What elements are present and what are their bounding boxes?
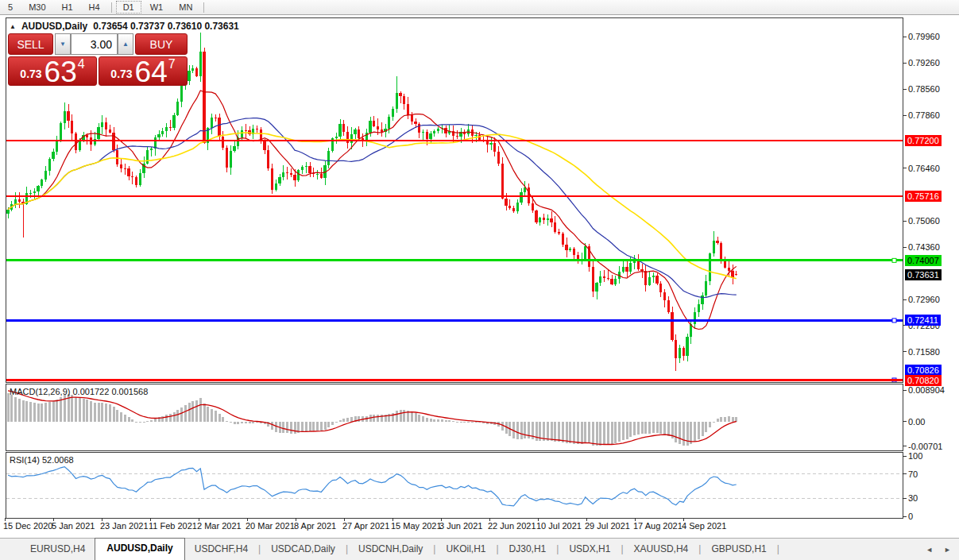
macd-tick-label: 0.008904 xyxy=(908,385,945,395)
date-tick-label: 2 Mar 2021 xyxy=(197,521,242,531)
buy-price-big: 64 xyxy=(135,60,168,83)
pane-frame-2 xyxy=(6,453,903,519)
date-tick-label: 23 Jan 2021 xyxy=(100,521,149,531)
rsi-line xyxy=(8,467,737,506)
price-level-chip: 0.77200 xyxy=(905,135,942,146)
trade-panel-prices: 0.73 63 4 0.73 64 7 xyxy=(8,56,188,86)
date-tick-label: 3 Jun 2021 xyxy=(439,521,482,531)
date-tick-label: 20 Mar 2021 xyxy=(246,521,295,531)
price-tick-label: 0.74360 xyxy=(908,242,940,252)
spin-down-icon: ▼ xyxy=(60,41,66,48)
sell-price-pip: 4 xyxy=(78,57,85,71)
rsi-indicator-label: RSI(14) 52.0068 xyxy=(10,455,74,465)
spin-up-icon: ▲ xyxy=(122,41,129,48)
price-level-chip: 0.75716 xyxy=(905,191,942,202)
price-tick-label: 0.78560 xyxy=(908,84,940,94)
rsi-tick-label: 70 xyxy=(908,469,918,479)
level-handle-0.72411[interactable] xyxy=(892,319,896,322)
date-tick-label: 29 Jul 2021 xyxy=(585,521,630,531)
ohlc-values: 0.73654 0.73737 0.73610 0.73631 xyxy=(93,21,239,32)
date-tick-label: 5 Jan 2021 xyxy=(52,521,95,531)
macd-tick-label: 0.00 xyxy=(908,417,925,427)
macd-indicator-label: MACD(12,26,9) 0.001722 0.001568 xyxy=(10,387,148,396)
sell-price-box[interactable]: 0.73 63 4 xyxy=(8,56,97,86)
level-handle-0.74007[interactable] xyxy=(892,258,896,262)
macd-series xyxy=(7,391,738,446)
date-tick-label: 11 Feb 2021 xyxy=(149,521,197,531)
date-tick-label: 15 May 2021 xyxy=(391,521,442,531)
one-click-trade-panel: SELL ▼ ▲ BUY 0.73 63 4 0.73 64 7 xyxy=(8,33,188,86)
price-tick-label: 0.79260 xyxy=(908,58,940,68)
buy-button[interactable]: BUY xyxy=(135,33,188,55)
date-tick-label: 27 Apr 2021 xyxy=(342,521,389,531)
rsi-series xyxy=(6,467,903,506)
price-tick-label: 0.79960 xyxy=(908,32,940,41)
buy-price-box[interactable]: 0.73 64 7 xyxy=(99,56,188,86)
price-level-chip: 0.73631 xyxy=(905,269,942,280)
rsi-tick-label: 0 xyxy=(908,512,913,521)
volume-input[interactable] xyxy=(71,33,118,55)
symbol-period-label: AUDUSD,Daily xyxy=(21,21,87,32)
price-level-chip: 0.74007 xyxy=(905,255,942,266)
date-tick-label: 8 Apr 2021 xyxy=(294,521,336,531)
price-tick-label: 0.76460 xyxy=(908,164,940,173)
volume-increase-button[interactable]: ▲ xyxy=(118,33,133,55)
price-tick-label: 0.72960 xyxy=(908,295,940,304)
buy-price-prefix: 0.73 xyxy=(110,68,132,80)
volume-decrease-button[interactable]: ▼ xyxy=(55,33,71,55)
date-tick-label: 10 Jul 2021 xyxy=(536,521,582,531)
price-level-chip: 0.70820 xyxy=(905,375,942,386)
rsi-tick-label: 30 xyxy=(908,493,918,503)
price-tick-label: 0.75060 xyxy=(908,216,940,226)
sell-price-big: 63 xyxy=(44,60,77,83)
sell-price-prefix: 0.73 xyxy=(20,68,41,80)
price-level-chip: 0.72411 xyxy=(905,315,941,326)
price-tick-label: 0.77860 xyxy=(908,110,940,120)
ma-fast-line xyxy=(8,91,737,330)
macd-tick-label: -0.00701 xyxy=(908,442,942,451)
date-tick-label: 15 Dec 2020 xyxy=(3,521,52,531)
sell-button[interactable]: SELL xyxy=(8,33,53,55)
rsi-tick-label: 100 xyxy=(908,451,922,461)
date-tick-label: 4 Sep 2021 xyxy=(682,521,726,531)
price-tick-label: 0.71580 xyxy=(908,347,940,357)
chart-window-title: ▲ AUDUSD,Daily 0.73654 0.73737 0.73610 0… xyxy=(10,21,239,32)
trade-panel-controls: SELL ▼ ▲ BUY xyxy=(8,33,188,55)
price-level-chip: 0.70826 xyxy=(905,365,942,376)
date-tick-label: 22 Jun 2021 xyxy=(488,521,536,531)
mt4-window: 5M30H1H4D1W1MN ▲ AUDUSD,Daily 0.73654 0.… xyxy=(0,0,959,560)
collapse-icon[interactable]: ▲ xyxy=(10,23,16,30)
buy-price-pip: 7 xyxy=(168,57,176,71)
date-tick-label: 17 Aug 2021 xyxy=(633,521,683,531)
